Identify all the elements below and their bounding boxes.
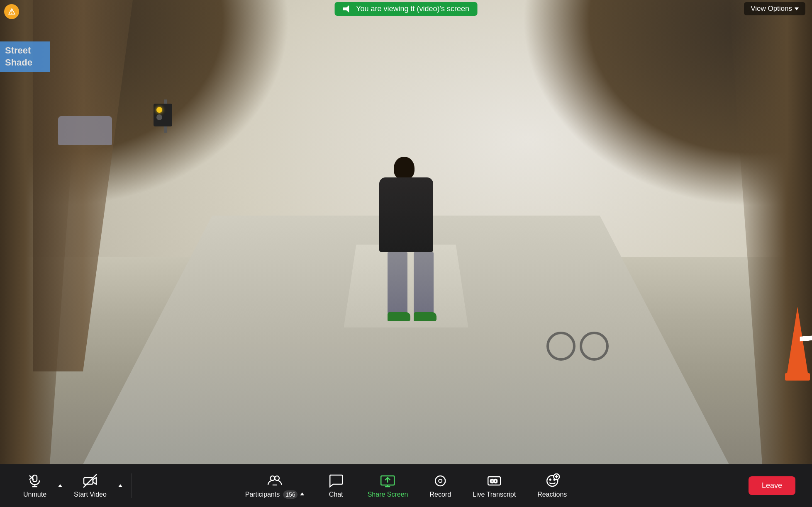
- participants-icon: [267, 473, 282, 488]
- traffic-cone: [787, 307, 808, 381]
- toolbar-right: Leave: [749, 476, 795, 495]
- unmute-button[interactable]: Unmute: [17, 470, 53, 502]
- caret-up-icon: [118, 484, 122, 487]
- person-legs: [388, 252, 441, 323]
- record-label: Record: [430, 491, 451, 498]
- unmute-label: Unmute: [23, 491, 46, 498]
- person-torso: [379, 177, 433, 252]
- person-silhouette: [381, 166, 431, 323]
- screen-share-notice-text: You are viewing tt (video)'s screen: [356, 5, 469, 13]
- svg-point-14: [439, 479, 442, 483]
- shoe-left: [388, 312, 410, 321]
- screen-share-notice: You are viewing tt (video)'s screen: [334, 2, 478, 16]
- chevron-down-icon: [795, 7, 799, 10]
- participants-count: 156: [283, 490, 297, 499]
- street-sign-text: Street Shade: [5, 45, 45, 68]
- svg-point-18: [549, 479, 551, 480]
- participants-caret-icon: [300, 492, 305, 495]
- share-screen-label: Share Screen: [368, 491, 408, 498]
- record-icon: [433, 473, 448, 488]
- live-transcript-button[interactable]: CC Live Transcript: [466, 470, 522, 502]
- cone-base: [785, 373, 810, 381]
- start-video-button[interactable]: Start Video: [67, 470, 113, 502]
- participants-button[interactable]: Participants 156: [239, 470, 311, 502]
- unmute-caret[interactable]: [56, 481, 64, 491]
- view-options-label: View Options: [751, 5, 792, 13]
- live-transcript-icon: CC: [487, 473, 502, 488]
- start-video-label: Start Video: [74, 491, 107, 498]
- main-content: Street Shade: [0, 0, 812, 464]
- car: [58, 116, 112, 145]
- unmute-icon: [27, 473, 42, 488]
- reactions-label: Reactions: [537, 491, 567, 498]
- person-head: [394, 157, 415, 180]
- bicycle: [546, 303, 613, 361]
- speaker-icon: [343, 5, 352, 13]
- bike-wheel-back: [546, 332, 575, 361]
- leave-button[interactable]: Leave: [749, 476, 795, 495]
- record-button[interactable]: Record: [423, 470, 458, 502]
- svg-line-6: [83, 474, 97, 488]
- participants-label: Participants: [245, 491, 280, 498]
- top-bar: ⚠ You are viewing tt (video)'s screen Vi…: [0, 0, 812, 17]
- reactions-button[interactable]: Reactions: [531, 470, 573, 502]
- caret-up-icon: [58, 484, 62, 487]
- traffic-light: [154, 99, 178, 133]
- bike-wheel-front: [580, 332, 609, 361]
- start-video-icon: [83, 473, 98, 488]
- svg-point-8: [275, 476, 279, 480]
- warning-icon: ⚠: [4, 4, 19, 19]
- street-sign: Street Shade: [0, 41, 50, 72]
- chat-button[interactable]: Chat: [319, 470, 353, 502]
- svg-point-7: [270, 476, 275, 480]
- svg-point-13: [435, 476, 445, 486]
- chat-label: Chat: [329, 491, 343, 498]
- toolbar-left: Unmute Start Video: [17, 470, 136, 502]
- share-screen-icon: [380, 473, 395, 488]
- live-transcript-label: Live Transcript: [473, 491, 516, 498]
- svg-text:CC: CC: [490, 478, 497, 484]
- toolbar-center: Participants 156 Chat: [239, 470, 574, 502]
- share-screen-button[interactable]: Share Screen: [361, 470, 415, 502]
- traffic-light-red: [156, 114, 162, 120]
- shoe-right: [414, 312, 436, 321]
- cone-body: [787, 307, 808, 373]
- video-caret[interactable]: [117, 481, 124, 491]
- view-options-button[interactable]: View Options: [744, 2, 805, 15]
- chat-icon: [329, 473, 344, 488]
- traffic-light-yellow: [156, 107, 162, 113]
- toolbar: Unmute Start Video: [0, 464, 812, 507]
- reactions-icon: [545, 473, 560, 488]
- toolbar-divider: [132, 473, 132, 498]
